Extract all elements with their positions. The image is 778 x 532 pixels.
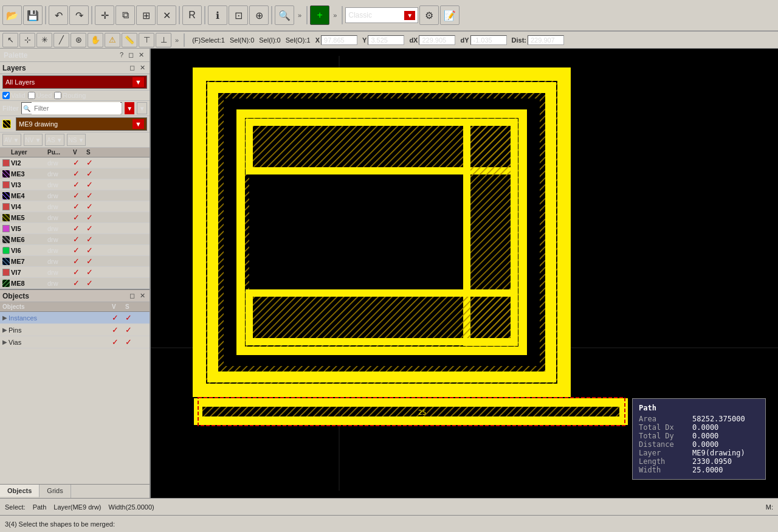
layers-close-btn[interactable]: ✕: [138, 63, 147, 72]
table-row[interactable]: ME3 drw ✓ ✓: [0, 168, 150, 179]
table-row[interactable]: VI2 drw ✓ ✓: [0, 157, 150, 168]
palette-float-btn[interactable]: ◻: [126, 50, 136, 60]
save-button[interactable]: 💾: [23, 5, 43, 25]
bottom-path: [198, 402, 624, 421]
objects-controls: ◻ ✕: [128, 291, 147, 300]
select-button[interactable]: ↖: [2, 33, 18, 47]
settings-button[interactable]: ⚙: [419, 5, 439, 25]
toolbar2-sep: [184, 33, 185, 47]
warning-button[interactable]: ⚠: [105, 33, 120, 47]
delete-button[interactable]: ✕: [157, 5, 176, 25]
objects-float-btn[interactable]: ◻: [128, 291, 137, 300]
dist-coord: Dist: 229.907: [512, 35, 564, 45]
snap-button[interactable]: ⊤: [139, 33, 154, 47]
all-layers-dropdown[interactable]: All Layers ▼: [2, 75, 147, 89]
expand-toolbar-btn2[interactable]: »: [331, 10, 339, 20]
toolbar-sep-3: [179, 6, 180, 24]
table-row[interactable]: VI5 drw ✓ ✓: [0, 223, 150, 234]
ns-dropdown[interactable]: NS▼: [67, 134, 86, 146]
valid-checkbox[interactable]: [2, 92, 10, 99]
draw-line-button[interactable]: ╱: [53, 33, 69, 47]
layer-name: VI3: [11, 181, 47, 188]
layer-color-swatch: [2, 214, 10, 221]
table-row[interactable]: VI7 drw ✓ ✓: [0, 267, 150, 278]
ruler-button[interactable]: 📏: [122, 33, 137, 47]
layer-v: ✓: [73, 278, 86, 288]
list-item[interactable]: ▶ Vias ✓ ✓: [0, 336, 150, 348]
theme-arrow: ▼: [404, 11, 415, 20]
table-row[interactable]: ME6 drw ✓ ✓: [0, 234, 150, 245]
table-row[interactable]: ME5 drw ✓ ✓: [0, 212, 150, 223]
filter-expand-btn[interactable]: ▼: [137, 102, 147, 114]
distance-label: Distance: [639, 440, 687, 449]
nv-dropdown[interactable]: NV▼: [24, 134, 43, 146]
move-button[interactable]: ✛: [95, 5, 114, 25]
routing-checkbox-item: Routing: [54, 92, 86, 99]
objects-header: Objects ◻ ✕: [0, 290, 150, 302]
list-item[interactable]: ▶ Instances ✓ ✓: [0, 312, 150, 324]
path-status: Path: [33, 503, 47, 511]
list-item[interactable]: ▶ Pins ✓ ✓: [0, 324, 150, 336]
table-row[interactable]: VI3 drw ✓ ✓: [0, 179, 150, 190]
tab-grids[interactable]: Grids: [40, 485, 71, 498]
select2-button[interactable]: ⊹: [19, 33, 35, 47]
partial-button[interactable]: ⊞: [136, 5, 156, 25]
pan-button[interactable]: ✋: [88, 33, 103, 47]
filter-red-btn[interactable]: ▼: [125, 102, 134, 114]
cell-button[interactable]: ⊡: [229, 5, 248, 25]
canvas-area[interactable]: 25 452,863 Path Area 58252.375000 Total …: [151, 49, 778, 498]
palette-help-btn[interactable]: ?: [118, 50, 125, 60]
table-row[interactable]: VI4 drw ✓ ✓: [0, 201, 150, 212]
av-dropdown[interactable]: AV▼: [2, 134, 21, 146]
routing-checkbox[interactable]: [54, 92, 61, 99]
cmd-label: 3(4) Select the shapes to be merged:: [5, 520, 115, 528]
dy-label: dY: [460, 36, 469, 44]
tdx-label: Total Dx: [639, 423, 687, 432]
align-button[interactable]: ⊥: [156, 33, 171, 47]
toolbar-sep-6: [306, 6, 308, 24]
theme-dropdown[interactable]: Classic ▼: [345, 7, 418, 23]
filter-input[interactable]: [32, 102, 120, 114]
add-button[interactable]: +: [310, 5, 329, 25]
hierarchy-button[interactable]: ⊕: [249, 5, 269, 25]
draw2-button[interactable]: ⊛: [71, 33, 86, 47]
me9-drawing-dropdown[interactable]: ME9 drawing ▼: [16, 117, 147, 131]
as-dropdown[interactable]: AS▼: [45, 134, 64, 146]
objects-close-btn[interactable]: ✕: [138, 291, 147, 300]
redo-button[interactable]: ↷: [69, 5, 89, 25]
layers-float-btn[interactable]: ◻: [128, 63, 137, 72]
all-layers-arrow: ▼: [133, 77, 144, 87]
info-layer-row: Layer ME9(drawing): [639, 449, 759, 457]
layer-info-value: ME9(drawing): [692, 449, 745, 457]
undo-button[interactable]: ↶: [49, 5, 68, 25]
table-row[interactable]: VI6 drw ✓ ✓: [0, 245, 150, 256]
marker-button[interactable]: R: [182, 5, 202, 25]
zoom-button[interactable]: 🔍: [275, 5, 294, 25]
layers-controls: ◻ ✕: [128, 63, 147, 72]
macro-button[interactable]: 📝: [440, 5, 460, 25]
me9-color-swatch: [2, 120, 11, 128]
select3-button[interactable]: ✳: [36, 33, 52, 47]
x-value: 97.865: [321, 35, 357, 45]
y-label: Y: [362, 36, 367, 44]
table-row[interactable]: ME7 drw ✓ ✓: [0, 256, 150, 267]
toolbar-sep-7: [342, 6, 343, 24]
open-button[interactable]: 📂: [2, 5, 22, 25]
c-bottom: [249, 293, 514, 342]
info-length-row: Length 2330.0950: [639, 457, 759, 466]
table-row[interactable]: ME4 drw ✓ ✓: [0, 190, 150, 201]
table-row[interactable]: ME8 drw ✓ ✓: [0, 278, 150, 289]
expand-toolbar-btn[interactable]: »: [295, 10, 304, 20]
info-button[interactable]: ℹ: [208, 5, 227, 25]
expand-toolbar2-btn[interactable]: »: [173, 35, 181, 45]
area-label: Area: [639, 415, 687, 423]
layer-v: ✓: [73, 202, 86, 211]
col-layer: Layer: [11, 149, 47, 156]
tab-objects[interactable]: Objects: [0, 485, 40, 498]
copy-button[interactable]: ⧉: [115, 5, 135, 25]
layer-v: ✓: [73, 235, 86, 244]
palette-close-btn[interactable]: ✕: [137, 50, 146, 60]
layer-color-swatch: [2, 192, 10, 199]
sel-i-status: Sel(I):0: [259, 36, 280, 44]
used-checkbox[interactable]: [28, 92, 35, 99]
